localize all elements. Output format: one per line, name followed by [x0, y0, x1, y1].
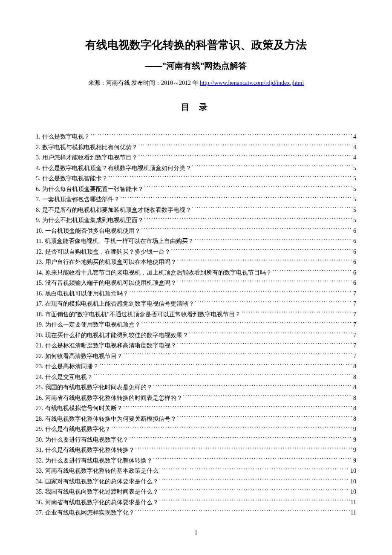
toc-leader-dots: [135, 446, 353, 452]
toc-entry-text: 一台机顶盒能否供多台电视机使用？: [45, 226, 141, 237]
toc-entry[interactable]: 31.什么是有线电视数字化整体转换？9: [36, 445, 356, 456]
toc-entry-number: 24.: [36, 372, 45, 383]
toc-entry[interactable]: 8.是不是所有的电视机都要加装机顶盒才能收看数字电视？5: [36, 205, 356, 216]
toc-leader-dots: [153, 383, 353, 389]
toc-entry-page: 9: [353, 424, 356, 435]
toc-entry[interactable]: 1.什么是数字电视？4: [36, 132, 356, 142]
toc-entry[interactable]: 5.什么是数字电视智能卡？5: [36, 173, 356, 184]
source-link[interactable]: http://www.henancatv.com/rdjd/index.jhtm…: [200, 80, 304, 86]
toc-leader-dots: [159, 467, 350, 473]
source-line: 来源：河南有线 发布时间：2010～2012 年 http://www.hena…: [36, 79, 356, 87]
toc-entry-text: 我国有线电视向数字化过渡时间表是什么？: [45, 487, 159, 497]
toc-leader-dots: [192, 164, 353, 170]
toc-leader-dots: [177, 341, 353, 347]
toc-entry-page: 7: [353, 289, 356, 299]
toc-entry-text: 河南有线电视数字化整转的基本政策是什么: [45, 466, 159, 477]
toc-leader-dots: [112, 425, 353, 431]
toc-entry[interactable]: 12.是否可以自购机顶盒，在哪购买？多少钱一台？6: [36, 247, 356, 257]
toc-entry-page: 6: [353, 278, 356, 289]
toc-entry[interactable]: 7.一套机顶盒都包含哪些部件？5: [36, 194, 356, 205]
toc-leader-dots: [124, 352, 353, 358]
toc-leader-dots: [100, 362, 353, 368]
toc-entry-text: 为什么不把机顶盒集成到电视机里面？: [42, 215, 144, 226]
toc-entry[interactable]: 2.数字电视与模拟电视相比有何优势？4: [36, 142, 356, 153]
toc-entry[interactable]: 10.一台机顶盒能否供多台电视机使用？6: [36, 226, 356, 237]
toc-entry[interactable]: 32.为什么要进行有线电视数字化整体转换？9: [36, 456, 356, 466]
toc-entry-page: 10: [350, 477, 356, 487]
toc-entry[interactable]: 24.什么是交互电视？8: [36, 372, 356, 383]
toc-entry[interactable]: 19.为什么一定要使用数字电视机顶盒？7: [36, 320, 356, 330]
toc-entry[interactable]: 21.什么是标准清晰度数字电视和高清晰度数字电视？7: [36, 341, 356, 351]
toc-entry[interactable]: 11.机顶盒能否像电视机、手机一样可以在市场上自由购买？6: [36, 236, 356, 247]
toc-entry[interactable]: 29.什么是有线电视数字化？9: [36, 424, 356, 435]
toc-entry-text: 为什么要进行有线电视数字化？: [45, 435, 129, 445]
toc-entry[interactable]: 23.什么是高标清同播？8: [36, 361, 356, 372]
toc-entry-page: 7: [353, 320, 356, 330]
toc-entry[interactable]: 17.在现有的模拟电视机上能否感觉到数字电视信号更清晰？7: [36, 299, 356, 309]
toc-entry[interactable]: 30.为什么要进行有线电视数字化？9: [36, 435, 356, 445]
toc-entry-number: 13.: [36, 257, 45, 268]
toc-entry[interactable]: 13.用户自行在外地购买的机顶盒可以在本地使用吗？6: [36, 257, 356, 268]
toc-entry[interactable]: 16.黑白电视机可以使用机顶盒吗？7: [36, 289, 356, 299]
toc-leader-dots: [177, 279, 353, 285]
toc-entry-page: 11: [351, 508, 356, 518]
toc-entry[interactable]: 27.有线电视模拟信号何时关断？8: [36, 403, 356, 414]
toc-entry-number: 4.: [36, 163, 42, 174]
toc-entry-text: 什么是有线电视数字化整体转换？: [45, 445, 135, 456]
toc-entry[interactable]: 28.有线电视数字化整体转换中为何要关断模拟信号？8: [36, 414, 356, 425]
toc-entry-page: 10: [350, 487, 356, 497]
toc-entry[interactable]: 25.我国的有线电视数字化时间表是怎样的？8: [36, 382, 356, 393]
toc-entry[interactable]: 15.没有音视频输入端子的电视机可以使用机顶盒吗？6: [36, 278, 356, 289]
toc-entry-text: 黑白电视机可以使用机顶盒吗？: [45, 289, 129, 299]
toc-entry-page: 5: [353, 215, 356, 226]
toc-entry-number: 28.: [36, 414, 45, 425]
toc-entry-text: 企业有线电视网怎样实现数字化？: [45, 508, 135, 518]
toc-entry[interactable]: 9.为什么不把机顶盒集成到电视机里面？5: [36, 215, 356, 226]
toc-entry-number: 7.: [36, 194, 42, 205]
toc-entry[interactable]: 37.企业有线电视网怎样实现数字化？11: [36, 508, 356, 518]
toc-entry-page: 11: [351, 497, 356, 508]
toc-entry[interactable]: 36.河南省有线电视数字化的总体要求是什么？11: [36, 497, 356, 508]
toc-entry-text: 现在买什么样的电视机才能得到较佳的数字电视效果？: [45, 330, 188, 341]
toc-entry[interactable]: 35.我国有线电视向数字化过渡时间表是什么？10: [36, 487, 356, 497]
toc-entry-page: 6: [353, 226, 356, 237]
toc-leader-dots: [144, 185, 353, 191]
toc-entry-text: 我国的有线电视数字化时间表是怎样的？: [45, 382, 153, 393]
toc-entry[interactable]: 22.如何收看高清数字电视节目？7: [36, 351, 356, 362]
toc-leader-dots: [135, 509, 350, 515]
toc-entry-number: 23.: [36, 361, 45, 372]
toc-entry[interactable]: 34.国家对有线电视数字化的总体要求是什么？10: [36, 477, 356, 487]
toc-entry[interactable]: 20.现在买什么样的电视机才能得到较佳的数字电视效果？7: [36, 330, 356, 341]
toc-entry-page: 9: [353, 435, 356, 445]
toc-entry-page: 8: [353, 361, 356, 372]
toc-entry-number: 30.: [36, 435, 45, 445]
toc-entry[interactable]: 26.河南省有线电视数字化整体转换的时间表是怎样的？8: [36, 393, 356, 404]
toc-entry-page: 10: [350, 466, 356, 477]
toc-leader-dots: [153, 457, 353, 462]
toc-entry-number: 35.: [36, 487, 45, 497]
toc-entry-text: 什么是标准清晰度数字电视和高清晰度数字电视？: [45, 341, 176, 351]
toc-leader-dots: [273, 269, 353, 275]
toc-entry-page: 6: [353, 257, 356, 268]
toc-entry[interactable]: 14.原来只能收看十几套节目的老电视机，加上机顶盒后能收看到所有的数字电视节目吗…: [36, 268, 356, 278]
toc-entry-page: 5: [353, 163, 356, 174]
toc-entry-number: 26.: [36, 393, 45, 404]
toc-entry-number: 11.: [36, 236, 45, 247]
toc-entry[interactable]: 3.用户怎样才能收看到数字电视节目？4: [36, 153, 356, 163]
toc-leader-dots: [130, 436, 353, 442]
toc-entry-text: 有线电视模拟信号何时关断？: [45, 403, 123, 414]
toc-entry-number: 15.: [36, 278, 45, 289]
toc-entry-number: 12.: [36, 247, 45, 257]
toc-entry[interactable]: 6.为什么每台机顶盒要配置一张智能卡？5: [36, 184, 356, 195]
toc-entry-number: 22.: [36, 351, 45, 362]
toc-entry[interactable]: 33.河南有线电视数字化整转的基本政策是什么10: [36, 466, 356, 477]
toc-leader-dots: [183, 394, 353, 400]
toc-leader-dots: [144, 216, 353, 222]
toc-entry-number: 29.: [36, 424, 45, 435]
page-subtitle: ——"河南有线"网热点解答: [36, 60, 356, 72]
toc-entry[interactable]: 4.什么是数字电视机顶盒？有线数字电视机顶盒如何分类？5: [36, 163, 356, 174]
toc-entry-text: 是否可以自购机顶盒，在哪购买？多少钱一台？: [45, 247, 170, 257]
toc-entry-text: 河南省有线电视数字化整体转换的时间表是怎样的？: [45, 393, 182, 404]
toc-entry[interactable]: 18.市面销售的"数字电视机"不通过机顶盒是否可以正常收看到数字电视节目？7: [36, 309, 356, 320]
toc-entry-page: 8: [353, 414, 356, 425]
